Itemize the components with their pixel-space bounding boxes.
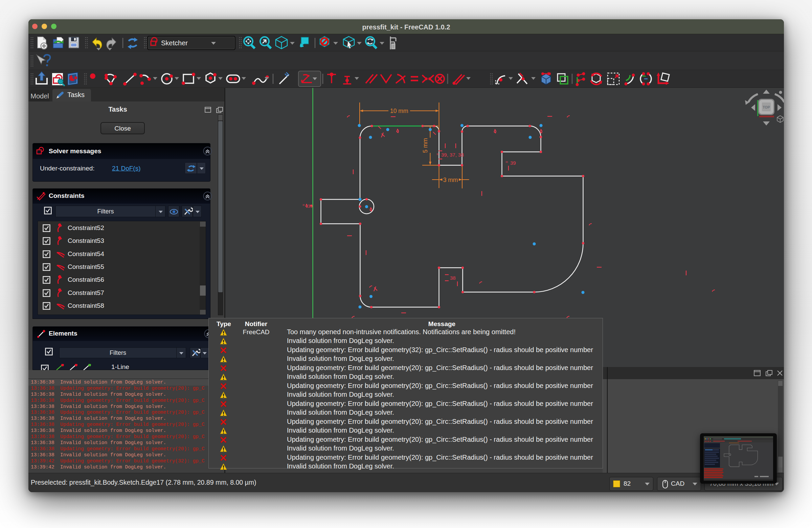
svg-text:TOP: TOP <box>763 105 770 109</box>
svg-text:10 mm: 10 mm <box>390 107 408 114</box>
svg-text:Sketcher: Sketcher <box>161 39 188 47</box>
svg-text:=: = <box>436 151 439 157</box>
svg-text:39: 39 <box>510 160 516 166</box>
svg-text:=: = <box>303 203 304 207</box>
svg-text:=: = <box>506 159 508 164</box>
svg-text:38: 38 <box>450 275 456 281</box>
svg-text:5 mm: 5 mm <box>422 138 429 153</box>
svg-text:39, 37, 38: 39, 37, 38 <box>441 152 464 158</box>
svg-text:3 mm: 3 mm <box>443 177 458 183</box>
